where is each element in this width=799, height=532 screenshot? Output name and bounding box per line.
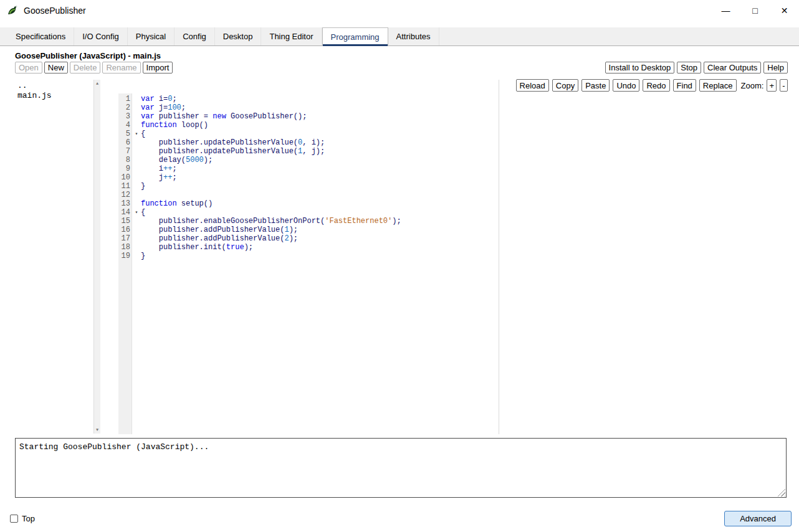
- install-to-desktop-button[interactable]: Install to Desktop: [605, 62, 675, 74]
- line-number: 3: [118, 112, 132, 121]
- top-checkbox[interactable]: [10, 515, 18, 523]
- zoom-in-button[interactable]: +: [767, 79, 777, 92]
- code-line-text: delay(5000);: [141, 156, 213, 164]
- code-token: ;: [172, 95, 176, 103]
- file-list-scrollbar[interactable]: ▲ ▼: [93, 80, 100, 434]
- page-title: GoosePublisher (JavaScript) - main.js: [15, 51, 161, 60]
- tab-physical[interactable]: Physical: [128, 27, 175, 45]
- file-list-item[interactable]: main.js: [17, 91, 98, 101]
- code-token: );: [392, 217, 401, 226]
- fold-spacer: [132, 226, 141, 234]
- clear-outputs-button[interactable]: Clear Outputs: [704, 62, 761, 74]
- zoom-label: Zoom:: [741, 81, 764, 90]
- tab-specifications[interactable]: Specifications: [7, 27, 74, 45]
- redo-button[interactable]: Redo: [643, 79, 669, 92]
- reload-button[interactable]: Reload: [516, 79, 549, 92]
- code-token: loop(): [177, 121, 208, 130]
- line-number: 5: [118, 130, 132, 138]
- code-line-text: }: [141, 252, 145, 260]
- scroll-down-icon[interactable]: ▼: [96, 427, 98, 432]
- find-button[interactable]: Find: [673, 79, 696, 92]
- fold-marker-icon[interactable]: ▾: [132, 130, 141, 138]
- code-token: publisher =: [155, 112, 213, 121]
- resize-grip-icon[interactable]: [777, 488, 785, 496]
- code-line: 1var i=0;: [118, 95, 788, 103]
- minimize-button[interactable]: —: [711, 0, 740, 21]
- stop-button[interactable]: Stop: [677, 62, 701, 74]
- line-number: 8: [118, 156, 132, 164]
- code-line-text: function loop(): [141, 121, 208, 130]
- fold-spacer: [132, 199, 141, 208]
- code-token: publisher.addPublisherValue(: [141, 226, 284, 234]
- code-line: 19}: [118, 252, 788, 260]
- import-button[interactable]: Import: [143, 62, 173, 74]
- replace-button[interactable]: Replace: [699, 79, 737, 92]
- line-number: 10: [118, 173, 132, 182]
- close-button[interactable]: ✕: [770, 0, 799, 21]
- code-line: 15 publisher.enableGoosePublisherOnPort(…: [118, 217, 788, 226]
- fold-marker-icon[interactable]: ▾: [132, 208, 141, 217]
- fold-spacer: [132, 103, 141, 112]
- code-token: j: [141, 173, 163, 182]
- code-token: publisher.updatePublisherValue(: [141, 138, 298, 147]
- tab-attributes[interactable]: Attributes: [388, 27, 439, 45]
- code-line-text: var i=0;: [141, 95, 177, 103]
- code-token: ++: [163, 164, 172, 173]
- window-controls: — □ ✕: [711, 0, 799, 21]
- code-token: 100: [168, 103, 181, 112]
- line-number: 11: [118, 182, 132, 191]
- code-editor[interactable]: 1var i=0;2var j=100;3var publisher = new…: [118, 93, 788, 434]
- tab-i-o-config[interactable]: I/O Config: [74, 27, 128, 45]
- undo-button[interactable]: Undo: [613, 79, 639, 92]
- open-button: Open: [15, 62, 42, 74]
- file-list: ..main.js: [15, 80, 100, 102]
- code-token: );: [289, 234, 298, 243]
- rename-button: Rename: [102, 62, 140, 74]
- code-line-text: j++;: [141, 173, 177, 182]
- paste-button[interactable]: Paste: [581, 79, 610, 92]
- code-token: function: [141, 121, 177, 130]
- tab-programming[interactable]: Programming: [322, 27, 388, 46]
- code-line-text: publisher.updatePublisherValue(1, j);: [141, 147, 325, 156]
- copy-button[interactable]: Copy: [552, 79, 578, 92]
- line-number: 12: [118, 191, 132, 199]
- code-token: i=: [155, 95, 168, 103]
- code-editor-lines: 1var i=0;2var j=100;3var publisher = new…: [118, 93, 788, 260]
- line-number: 18: [118, 243, 132, 252]
- line-number: 13: [118, 199, 132, 208]
- line-number: 1: [118, 95, 132, 103]
- code-line: 7 publisher.updatePublisherValue(1, j);: [118, 147, 788, 156]
- fold-spacer: [132, 252, 141, 260]
- fold-spacer: [132, 138, 141, 147]
- code-line: 18 publisher.init(true);: [118, 243, 788, 252]
- tab-desktop[interactable]: Desktop: [215, 27, 262, 45]
- zoom-out-button[interactable]: -: [780, 79, 788, 92]
- tab-config[interactable]: Config: [175, 27, 215, 45]
- fold-spacer: [132, 164, 141, 173]
- title-bar: GoosePublisher — □ ✕: [0, 0, 799, 21]
- code-token: setup(): [177, 199, 213, 208]
- code-line-text: function setup(): [141, 199, 213, 208]
- code-line-text: publisher.init(true);: [141, 243, 253, 252]
- fold-spacer: [132, 121, 141, 130]
- code-token: var: [141, 95, 155, 103]
- tab-thing-editor[interactable]: Thing Editor: [261, 27, 322, 45]
- code-token: );: [244, 243, 253, 252]
- maximize-button[interactable]: □: [740, 0, 770, 21]
- code-line: 8 delay(5000);: [118, 156, 788, 164]
- file-actions-right: Install to DesktopStopClear OutputsHelp: [605, 62, 788, 74]
- code-line: 11}: [118, 182, 788, 191]
- line-number: 6: [118, 138, 132, 147]
- console-output-text: Starting GoosePublisher (JavaScript)...: [19, 442, 209, 452]
- file-list-item[interactable]: ..: [17, 81, 98, 91]
- new-button[interactable]: New: [44, 62, 68, 74]
- scroll-up-icon[interactable]: ▲: [96, 81, 98, 86]
- code-token: ++: [163, 173, 172, 182]
- advanced-button[interactable]: Advanced: [724, 511, 792, 526]
- code-token: );: [204, 156, 213, 164]
- output-console[interactable]: Starting GoosePublisher (JavaScript)...: [15, 438, 787, 498]
- code-line-text: var publisher = new GoosePublisher();: [141, 112, 307, 121]
- help-button[interactable]: Help: [763, 62, 788, 74]
- code-token: publisher.enableGoosePublisherOnPort(: [141, 217, 325, 226]
- fold-spacer: [132, 173, 141, 182]
